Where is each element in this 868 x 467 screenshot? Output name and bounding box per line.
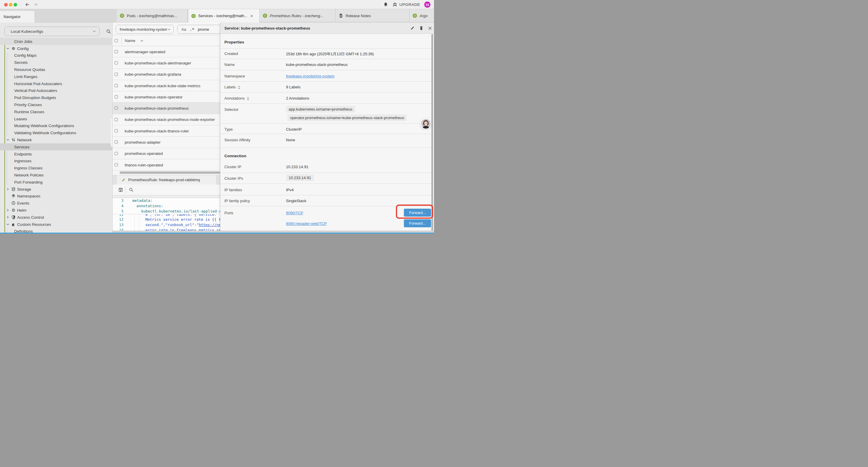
yaml-editor[interactable]: 3metadata: 4annotations: 5kubectl.kubern… — [113, 198, 220, 233]
table-row[interactable]: alertmanager-operated — [113, 46, 220, 57]
sidebar-tree-item[interactable]: Horizontal Pod Autoscalers — [0, 80, 113, 87]
editor-toolbar — [113, 184, 220, 195]
sidebar-tree-item[interactable]: Priority Classes — [0, 101, 113, 108]
user-avatar[interactable] — [420, 118, 431, 129]
code-link[interactable]: https://net — [199, 223, 223, 227]
app-tab[interactable]: Services - icecheng@math... × — [188, 9, 260, 23]
table-row[interactable]: prometheus-adapter — [113, 137, 220, 148]
code-line: 5kubectl.kubernetes.io/last-applied-con — [113, 209, 220, 214]
table-row[interactable]: kube-prometheus-stack-thanos-ruler — [113, 125, 220, 137]
upgrade-button[interactable]: UPGRADE — [392, 2, 420, 7]
namespace-link[interactable]: freeleaps-monitoring-system — [286, 74, 335, 78]
sidebar-tree-item[interactable]: Config Maps — [0, 52, 113, 59]
minimize-window-button[interactable] — [9, 3, 12, 6]
expand-collapse-icon[interactable] — [238, 85, 241, 90]
sidebar-tree-item[interactable]: Network — [0, 136, 113, 143]
app-tab[interactable]: Prometheus Rules - icecheng... — [260, 9, 336, 22]
forward-icon[interactable] — [33, 2, 38, 7]
namespace-selector[interactable]: freeleaps-monitoring-system — [116, 25, 174, 34]
detail-scrollbar[interactable] — [431, 34, 433, 231]
notifications-bell-icon[interactable] — [383, 2, 388, 7]
tree-expander-icon[interactable] — [6, 208, 10, 212]
sidebar-tree-item[interactable]: Services — [0, 143, 113, 150]
table-row[interactable]: kube-prometheus-stack-grafana — [113, 69, 220, 80]
sidebar-tree-item[interactable]: Storage — [0, 185, 113, 193]
sidebar-panel-tab-navigator[interactable]: Navigator — [0, 11, 35, 23]
table-row[interactable]: thanos-ruler-operated — [113, 159, 220, 171]
sidebar-tree-item[interactable]: Port Forwarding — [0, 178, 113, 185]
sidebar-tree-item[interactable]: Validating Webhook Configurations — [0, 129, 113, 136]
app-tab[interactable]: Pods - icecheng@mathmas... — [117, 9, 188, 22]
back-icon[interactable] — [25, 2, 30, 7]
sidebar-tree-item[interactable]: Config — [0, 45, 113, 52]
sidebar-tree-item[interactable]: Runtime Classes — [0, 108, 113, 115]
sidebar-search-icon[interactable] — [106, 29, 111, 34]
sidebar-tree-item[interactable]: Mutating Webhook Configurations — [0, 122, 113, 129]
row-checkbox[interactable] — [115, 84, 118, 87]
app-tab[interactable]: Release Notes — [336, 9, 409, 22]
sidebar-tree-item[interactable]: Leases — [0, 115, 113, 122]
row-checkbox[interactable] — [115, 118, 118, 121]
table-row[interactable]: kube-prometheus-stack-prometheus — [113, 103, 220, 114]
horizontal-scrollbar[interactable] — [120, 171, 220, 174]
tree-expander-icon[interactable] — [6, 222, 10, 226]
tab-close-icon[interactable]: × — [250, 13, 253, 18]
row-checkbox[interactable] — [115, 61, 118, 64]
row-checkbox[interactable] — [115, 50, 118, 53]
kubeconfig-selector[interactable]: Local Kubeconfigs — [4, 27, 99, 36]
row-checkbox[interactable] — [115, 140, 118, 144]
row-checkbox[interactable] — [115, 129, 118, 133]
sidebar-tree-item[interactable]: Ingress Classes — [0, 164, 113, 171]
tree-expander-icon[interactable] — [6, 138, 10, 142]
tree-expander-icon[interactable] — [6, 47, 10, 50]
table-row[interactable]: kube-prometheus-stack-operator — [113, 91, 220, 103]
table-row[interactable]: kube-prometheus-stack-alertmanager — [113, 57, 220, 68]
edit-pencil-icon[interactable] — [410, 26, 415, 30]
sidebar-tree-item[interactable]: Network Policies — [0, 171, 113, 178]
select-all-checkbox[interactable] — [115, 39, 118, 42]
row-checkbox[interactable] — [115, 152, 118, 155]
sidebar-scrollbar[interactable] — [111, 119, 112, 147]
row-checkbox[interactable] — [115, 107, 118, 110]
row-name: thanos-ruler-operated — [125, 163, 163, 167]
zoom-window-button[interactable] — [13, 3, 17, 6]
close-icon[interactable] — [428, 26, 433, 31]
sidebar-tree-item[interactable]: Resource Quotas — [0, 66, 113, 73]
name-column-header[interactable]: Name — [125, 38, 135, 43]
row-checkbox[interactable] — [115, 73, 118, 76]
tree-expander-icon[interactable] — [6, 187, 10, 191]
table-row[interactable]: kube-prometheus-stack-prometheus-node-ex… — [113, 114, 220, 125]
sidebar-tree-item[interactable]: Ingresses — [0, 157, 113, 165]
regex-toggle[interactable]: .* — [190, 27, 194, 32]
sidebar-tree-item[interactable]: Secrets — [0, 59, 113, 66]
sidebar-tree-item[interactable]: Namespaces — [0, 193, 113, 200]
sidebar-tree-item[interactable]: Events — [0, 200, 113, 207]
delete-trash-icon[interactable] — [419, 26, 424, 30]
sort-ascending-icon[interactable] — [140, 39, 144, 42]
sidebar-tree-item[interactable]: Access Control — [0, 214, 113, 221]
sidebar-tree-item[interactable]: Helm — [0, 207, 113, 214]
port-link[interactable]: 8080:reloader-web/TCP — [286, 222, 327, 226]
save-icon[interactable] — [118, 187, 123, 193]
sidebar-tree-item[interactable]: Vertical Pod Autoscalers — [0, 87, 113, 94]
row-checkbox[interactable] — [115, 163, 118, 167]
editor-tab[interactable]: PrometheusRule: freeleaps-prod-rabbitmq — [116, 175, 217, 184]
expand-collapse-icon[interactable] — [246, 97, 250, 101]
sidebar-tree-item[interactable]: Custom Resources — [0, 221, 113, 228]
sidebar-tree-item[interactable]: Limit Ranges — [0, 73, 113, 80]
port-link[interactable]: 9090/TCP — [286, 211, 303, 215]
editor-search-icon[interactable] — [129, 187, 133, 192]
row-checkbox[interactable] — [115, 95, 118, 98]
port-forward-button[interactable]: Forward... — [404, 219, 431, 227]
match-case-toggle[interactable]: Aa — [181, 27, 186, 32]
table-row[interactable]: kube-prometheus-stack-kube-state-metrics — [113, 80, 220, 91]
notification-count-badge[interactable]: 15 — [424, 1, 430, 8]
sidebar-tree-item[interactable]: Endpoints — [0, 150, 113, 157]
tree-expander-icon[interactable] — [6, 215, 10, 219]
sidebar-tree-item[interactable]: Pod Disruption Budgets — [0, 94, 113, 101]
app-tab[interactable]: Argo Se — [409, 9, 434, 22]
close-window-button[interactable] — [4, 3, 8, 6]
sidebar-tree-item[interactable]: Cron Jobs — [0, 38, 113, 45]
table-row[interactable]: prometheus-operated — [113, 148, 220, 159]
filter-search-input[interactable]: Aa .* prome — [177, 25, 224, 34]
